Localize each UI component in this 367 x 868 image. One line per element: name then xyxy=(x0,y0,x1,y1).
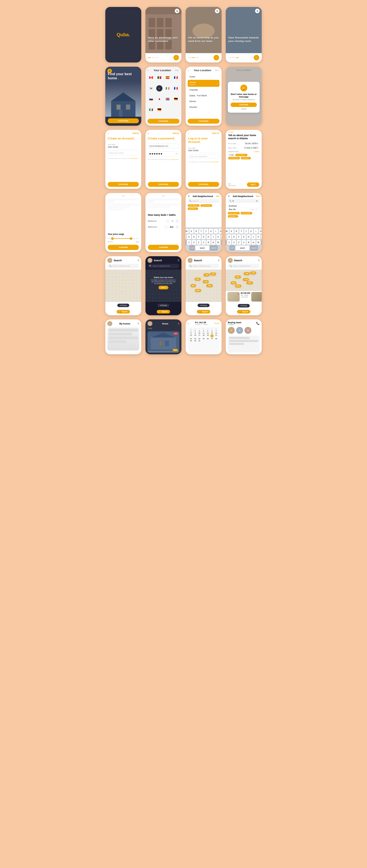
next-button-2[interactable]: › xyxy=(214,55,219,60)
key-z[interactable]: Z xyxy=(187,240,191,245)
kb-tag-summer-2[interactable]: SummerHill × xyxy=(241,212,252,214)
suggestion-buckhead[interactable]: Buckhead xyxy=(228,204,260,208)
key-x-2[interactable]: X xyxy=(232,240,236,245)
beds-confirm-btn[interactable]: CONFIRM xyxy=(148,245,179,250)
filter-icon-dark[interactable]: ⠿ xyxy=(177,259,179,262)
listing-pin-2[interactable]: 2.5M xyxy=(250,272,256,274)
kb-tag-east[interactable]: East Atlanta × xyxy=(188,204,200,207)
flag-ca[interactable]: 🇨🇦 xyxy=(148,74,154,81)
bed-plus-btn[interactable]: + xyxy=(175,219,179,223)
key-f-2[interactable]: F xyxy=(237,235,241,239)
key-u[interactable]: U xyxy=(209,229,213,234)
key-123[interactable]: 123 xyxy=(190,245,195,250)
heart-icon-1[interactable]: ♥ xyxy=(238,293,239,295)
safe-tour-btn[interactable]: Get it xyxy=(159,286,169,289)
all-listings-btn-1[interactable]: All listings xyxy=(117,304,129,307)
filter-icon-prices[interactable]: ⠿ xyxy=(218,259,220,262)
location-continue-btn-2[interactable]: CONTINUE xyxy=(188,119,220,124)
search-nav-btn-dark[interactable]: 🔍 Search xyxy=(157,310,170,313)
bathrooms-stepper[interactable]: − Any + xyxy=(164,225,179,229)
suggestion-brier-hill[interactable]: Brier Hill 0.3mi · 14... xyxy=(228,208,260,211)
key-d-2[interactable]: D xyxy=(232,235,236,239)
listing-pin-5[interactable]: 85pt xyxy=(231,281,236,284)
kb-tag-west[interactable]: Westview × xyxy=(188,208,198,210)
key-j-2[interactable]: J xyxy=(251,235,256,239)
search-bar-prices[interactable]: 🔍 Search neighborhoods xyxy=(188,264,220,268)
key-c[interactable]: C xyxy=(197,240,201,245)
key-g[interactable]: G xyxy=(202,235,206,239)
key-b[interactable]: B xyxy=(206,240,210,245)
key-b-2[interactable]: B xyxy=(247,240,251,245)
email-input[interactable]: Enter your email xyxy=(108,151,139,155)
key-w-2[interactable]: W xyxy=(226,229,229,234)
kb-close-2[interactable]: ✕ xyxy=(228,195,230,197)
key-e[interactable]: E xyxy=(190,229,194,234)
search-nav-btn-prices[interactable]: 🔍 Search xyxy=(197,310,210,313)
all-listings-btn-l[interactable]: All listings xyxy=(238,304,250,307)
back-arrow-loc2[interactable]: ‹ xyxy=(188,69,189,72)
kb-search-text-2[interactable]: B xyxy=(232,200,255,202)
key-h-2[interactable]: H xyxy=(247,235,251,239)
password-input[interactable]: 👁 xyxy=(148,151,179,156)
key-s-2[interactable]: S xyxy=(227,235,231,239)
search-bar-dark[interactable]: 🔍 Search neighborhoods xyxy=(147,264,179,268)
key-y-2[interactable]: Y xyxy=(244,229,248,234)
search-nav-btn-l[interactable]: 🔍 Search xyxy=(237,310,250,313)
listing-thumb-2[interactable]: ♥ xyxy=(251,292,262,302)
westview-tag[interactable]: Westview × xyxy=(241,157,251,159)
flag-gb[interactable]: 🇬🇧 xyxy=(164,96,171,102)
search-bar-1[interactable]: 🔍 Search neighborhoods xyxy=(107,264,139,268)
city-houston[interactable]: Houston xyxy=(188,104,220,110)
key-e-2[interactable]: E xyxy=(230,229,234,234)
price-pin-7[interactable]: 900K xyxy=(195,289,201,292)
home-photo[interactable]: 8aÉ 725K xyxy=(147,331,179,352)
login-password-input[interactable]: Enter your password xyxy=(188,154,219,159)
auth-back-2[interactable]: ‹ xyxy=(148,132,149,135)
key-i[interactable]: I xyxy=(214,229,218,234)
login-btn[interactable]: CONTINUE xyxy=(188,182,219,187)
heart-icon-2[interactable]: ♥ xyxy=(261,293,262,295)
listing-thumb-1[interactable]: ♥ xyxy=(227,292,239,302)
city-charlotte[interactable]: Charlotte xyxy=(188,87,220,93)
city-austin[interactable]: Austin xyxy=(188,74,220,79)
city-atlanta[interactable]: AtlantaGeorgia xyxy=(188,80,220,87)
kb-add-1[interactable]: Add xyxy=(216,195,220,197)
key-y[interactable]: Y xyxy=(204,229,208,234)
auth-back-3[interactable]: ‹ xyxy=(188,132,189,135)
price-pin-6[interactable]: 725K xyxy=(206,284,213,287)
notif-cancel-btn[interactable]: Cancel xyxy=(231,108,257,110)
key-r-2[interactable]: R xyxy=(234,229,238,234)
skip-label[interactable]: skip xyxy=(228,183,236,185)
price-pin-4[interactable]: 1.2M xyxy=(203,280,209,283)
location-continue-btn-1[interactable]: CONTINUE xyxy=(147,119,179,124)
key-f[interactable]: F xyxy=(197,235,201,239)
add-neighborhood-tag[interactable]: + Add xyxy=(228,154,234,156)
price-pin-1[interactable]: 1.4M xyxy=(204,273,209,276)
key-c-2[interactable]: C xyxy=(237,240,241,245)
flag-ru[interactable]: 🇷🇺 xyxy=(148,96,154,102)
find-home-continue-btn[interactable]: CONTINUE xyxy=(108,118,139,123)
price-slider[interactable] xyxy=(108,237,139,240)
price-range-select[interactable]: No min - $3.5k xyxy=(244,142,259,145)
key-m-2[interactable]: M xyxy=(256,240,260,245)
listing-pin-4[interactable]: 1.6M xyxy=(243,278,249,281)
key-labels-2[interactable]: Labels xyxy=(250,245,258,250)
listing-pin-7[interactable]: 800K xyxy=(235,284,242,287)
key-d[interactable]: D xyxy=(192,235,196,239)
filter-icon-1[interactable]: ⠿ xyxy=(137,259,139,262)
buying-team-icon[interactable]: 📞 xyxy=(256,322,260,325)
listing-pin-1[interactable]: 1.4M xyxy=(244,272,250,275)
pref-next-btn[interactable]: NEXT xyxy=(247,182,259,187)
key-t[interactable]: T xyxy=(199,229,203,234)
all-listings-btn-prices[interactable]: All listings xyxy=(198,304,209,307)
key-n-2[interactable]: N xyxy=(251,240,256,245)
listing-pin-6[interactable]: 765K xyxy=(247,281,253,284)
bedrooms-stepper[interactable]: − — + xyxy=(166,219,179,223)
kb-search-text-1[interactable]: Search xyxy=(192,200,218,202)
kb-add-2[interactable]: Add xyxy=(256,195,260,197)
key-s[interactable]: S xyxy=(187,235,191,239)
key-n[interactable]: N xyxy=(211,240,216,245)
key-o-2[interactable]: O xyxy=(259,229,262,234)
search-nav-btn-1[interactable]: 🔍 Search xyxy=(117,310,130,313)
flag-ie[interactable]: 🇮🇪 xyxy=(164,85,171,92)
